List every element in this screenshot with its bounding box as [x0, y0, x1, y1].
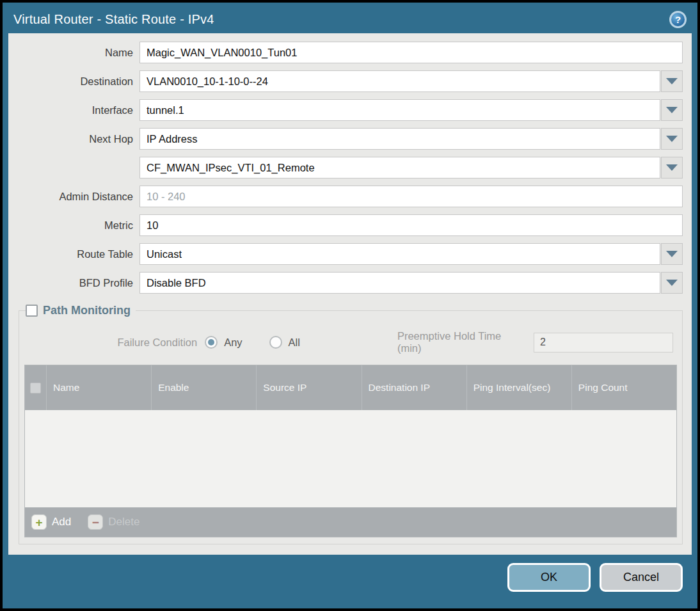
dialog-title: Virtual Router - Static Route - IPv4 — [13, 12, 669, 27]
failure-condition-any-label: Any — [224, 337, 242, 349]
route-table-label: Route Table — [19, 248, 139, 260]
path-monitoring-controls: Failure Condition Any All Preemptive Hol… — [24, 321, 677, 365]
title-bar: Virtual Router - Static Route - IPv4 ? — [8, 5, 692, 33]
column-header-name[interactable]: Name — [47, 365, 152, 410]
bfd-profile-dropdown-button[interactable] — [661, 272, 683, 294]
path-monitoring-section: Path Monitoring Failure Condition Any Al… — [19, 304, 683, 544]
preemptive-hold-label: Preemptive Hold Time (min) — [397, 330, 527, 354]
minus-icon: − — [88, 514, 103, 530]
dialog-frame: Virtual Router - Static Route - IPv4 ? N… — [3, 3, 697, 608]
interface-input[interactable] — [139, 99, 660, 121]
metric-input[interactable] — [139, 214, 683, 236]
cancel-button[interactable]: Cancel — [600, 563, 683, 592]
route-table-dropdown-button[interactable] — [661, 243, 683, 265]
path-monitoring-checkbox[interactable] — [26, 305, 38, 317]
dialog-body: Name Destination Interface — [8, 33, 692, 555]
next-hop-type-dropdown-button[interactable] — [661, 128, 683, 150]
failure-condition-all-label: All — [289, 337, 300, 349]
interface-dropdown-button[interactable] — [661, 99, 683, 121]
name-row: Name — [19, 42, 683, 63]
next-hop-row: Next Hop — [19, 128, 683, 150]
failure-condition-label: Failure Condition — [28, 337, 205, 349]
next-hop-label: Next Hop — [19, 133, 139, 145]
admin-distance-input[interactable] — [139, 186, 683, 207]
next-hop-address-dropdown-button[interactable] — [661, 157, 683, 179]
dialog-window: Virtual Router - Static Route - IPv4 ? N… — [0, 0, 700, 611]
destination-input[interactable] — [139, 70, 660, 92]
metric-row: Metric — [19, 214, 683, 236]
failure-condition-all-radio[interactable]: All — [269, 336, 300, 349]
column-header-ping-count[interactable]: Ping Count — [572, 365, 676, 410]
failure-condition-any-radio[interactable]: Any — [205, 336, 242, 349]
admin-distance-row: Admin Distance — [19, 186, 683, 207]
preemptive-hold-input[interactable] — [534, 333, 673, 353]
name-label: Name — [19, 47, 139, 59]
destination-label: Destination — [19, 75, 139, 88]
delete-button-label: Delete — [108, 516, 139, 528]
ok-button[interactable]: OK — [507, 563, 591, 592]
dialog-footer: OK Cancel — [8, 555, 692, 608]
table-select-all-cell — [25, 365, 47, 410]
radio-selected-icon — [205, 336, 218, 349]
select-all-checkbox[interactable] — [30, 383, 41, 393]
path-monitoring-label: Path Monitoring — [43, 304, 131, 317]
bfd-profile-row: BFD Profile — [19, 272, 683, 294]
chevron-down-icon — [666, 136, 678, 142]
admin-distance-label: Admin Distance — [19, 191, 139, 203]
route-table-row: Route Table — [19, 243, 683, 265]
chevron-down-icon — [666, 78, 678, 84]
chevron-down-icon — [666, 280, 678, 286]
add-button-label: Add — [52, 516, 71, 528]
chevron-down-icon — [666, 107, 678, 113]
delete-button[interactable]: − Delete — [88, 514, 139, 530]
interface-row: Interface — [19, 99, 683, 121]
next-hop-address-input[interactable] — [139, 157, 660, 179]
help-icon[interactable]: ? — [669, 11, 687, 28]
next-hop-address-row — [19, 157, 683, 179]
plus-icon: + — [31, 514, 47, 530]
path-monitoring-legend: Path Monitoring — [26, 304, 136, 317]
add-button[interactable]: + Add — [31, 514, 71, 530]
table-toolbar: + Add − Delete — [25, 507, 676, 537]
column-header-enable[interactable]: Enable — [152, 365, 257, 410]
metric-label: Metric — [19, 219, 139, 232]
column-header-ping-interval[interactable]: Ping Interval(sec) — [467, 365, 572, 410]
path-monitoring-table: Name Enable Source IP Destination IP Pin… — [24, 365, 677, 537]
bfd-profile-input[interactable] — [139, 272, 660, 294]
next-hop-type-input[interactable] — [139, 128, 660, 150]
table-header-row: Name Enable Source IP Destination IP Pin… — [25, 365, 676, 410]
chevron-down-icon — [666, 164, 678, 171]
column-header-source-ip[interactable]: Source IP — [257, 365, 362, 410]
interface-label: Interface — [19, 104, 139, 116]
bfd-profile-label: BFD Profile — [19, 277, 139, 289]
name-input[interactable] — [139, 42, 683, 63]
route-table-input[interactable] — [139, 243, 660, 265]
table-body-empty — [25, 410, 676, 507]
destination-dropdown-button[interactable] — [661, 70, 683, 92]
destination-row: Destination — [19, 70, 683, 92]
chevron-down-icon — [666, 251, 678, 257]
radio-unselected-icon — [269, 336, 282, 349]
column-header-destination-ip[interactable]: Destination IP — [362, 365, 467, 410]
